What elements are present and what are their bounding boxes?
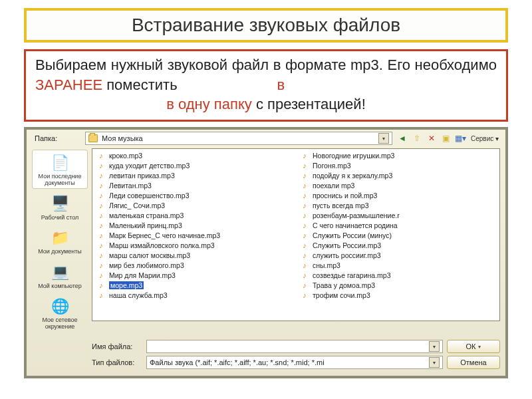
file-col-1: кроко.mp3куда уходит детство.mp3левитан … [92,149,296,321]
slide-title-banner: Встраивание звуковых файлов [24,8,508,43]
file-name: Левитан.mp3 [109,182,152,190]
chevron-down-icon[interactable]: ▾ [378,133,389,144]
file-item[interactable]: Марк Бернес_С чего начинае.mp3 [96,230,292,240]
folder-value: Моя музыка [102,134,143,142]
file-name: сны.mp3 [313,261,340,269]
file-item[interactable]: трофим сочи.mp3 [300,290,495,300]
file-item[interactable]: кроко.mp3 [96,150,292,160]
file-list[interactable]: кроко.mp3куда уходит детство.mp3левитан … [92,148,500,321]
file-item[interactable]: сны.mp3 [300,260,495,270]
audio-file-icon [96,281,106,289]
info-text-2: поместить [102,76,178,93]
audio-file-icon [300,261,309,269]
file-item[interactable]: проснись и пой.mp3 [300,190,495,200]
file-name: Трава у домоа.mp3 [313,281,375,289]
folder-icon: 📁 [49,227,71,247]
file-item[interactable]: пусть всегда mp3 [300,200,495,210]
file-item[interactable]: Марш измайловского полка.mp3 [96,240,292,250]
file-item[interactable]: Служить России (минус) [300,230,495,240]
sidebar-item-network[interactable]: 🌐 Мое сетевое окружение [32,294,88,332]
file-item[interactable]: Новогодние игрушки.mp3 [300,150,495,160]
folder-dropdown[interactable]: Моя музыка ▾ [85,132,392,145]
up-icon[interactable]: ⇧ [411,132,423,144]
audio-file-icon [96,182,106,190]
file-name: служить россииг.mp3 [313,251,381,259]
file-item[interactable]: созвездье гагарина.mp3 [300,270,495,280]
file-name: море.mp3 [109,281,144,289]
file-name: проснись и пой.mp3 [313,192,377,200]
file-item[interactable]: Маленький принц.mp3 [96,220,292,230]
file-item[interactable]: Мир для Марии.mp3 [96,270,292,280]
delete-icon[interactable]: ✕ [426,132,438,144]
audio-file-icon [96,152,106,160]
file-item[interactable]: розенбаум-размышление.r [300,210,495,220]
file-item[interactable]: служить россииг.mp3 [300,250,495,260]
sidebar-item-mydocs[interactable]: 📁 Мои документы [32,225,88,257]
file-item[interactable]: Погоня.mp3 [300,160,495,170]
sidebar-label-3: Мой компьютер [38,283,82,289]
file-name: Лягис_ Сочи.mp3 [109,201,165,209]
audio-file-icon [300,182,309,190]
file-item[interactable]: левитан приказ.mp3 [96,170,292,180]
file-item[interactable]: марш салют москвы.mp3 [96,250,292,260]
file-name: марш салют москвы.mp3 [109,251,190,259]
file-item[interactable]: Левитан.mp3 [96,180,292,190]
info-red-2: в одну папку [166,96,252,112]
info-red-1: ЗАРАНЕЕ [35,76,102,93]
folder-icon [88,134,98,142]
audio-file-icon [300,221,309,229]
sidebar-item-desktop[interactable]: 🖥️ Рабочий стол [32,192,88,223]
filetype-dropdown[interactable]: Файлы звука (*.aif; *.aifc; *.aiff; *.au… [146,356,443,369]
file-name: кроко.mp3 [109,152,142,160]
file-name: Марк Бернес_С чего начинае.mp3 [109,231,220,239]
audio-file-icon [96,162,106,170]
file-item[interactable]: Трава у домоа.mp3 [300,280,495,290]
chevron-down-icon[interactable]: ▾ [429,341,440,352]
file-name: Погоня.mp3 [313,162,351,170]
file-name: созвездье гагарина.mp3 [313,271,390,279]
file-item[interactable]: маленькая страна.mp3 [96,210,292,220]
filename-input[interactable]: ▾ [146,340,443,353]
file-name: мир без любимого.mp3 [109,261,184,269]
desktop-icon: 🖥️ [49,194,71,213]
back-icon[interactable]: ◄ [396,132,408,144]
file-item[interactable]: мир без любимого.mp3 [96,260,292,270]
audio-file-icon [300,291,309,299]
file-item[interactable]: куда уходит детство.mp3 [96,160,292,170]
audio-file-icon [96,261,106,269]
file-item[interactable]: море.mp3 [96,280,292,290]
file-name: левитан приказ.mp3 [109,172,175,180]
file-item[interactable]: Леди совершенство.mp3 [96,190,292,200]
file-name: С чего начинается родина [313,221,398,229]
file-dialog: Папка: Моя музыка ▾ ◄ ⇧ ✕ ▣ ▦▾ Сервис ▾ … [27,130,505,376]
computer-icon: 💻 [49,262,71,282]
cancel-label: Отмена [460,358,486,366]
file-item[interactable]: С чего начинается родина [300,220,495,230]
audio-file-icon [96,291,106,299]
file-item[interactable]: Лягис_ Сочи.mp3 [96,200,292,210]
places-sidebar: 📄 Мои последние документы 🖥️ Рабочий сто… [32,148,88,332]
file-name: наша служба.mp3 [109,291,168,299]
ok-button[interactable]: ОК ▾ [447,340,500,353]
file-name: куда уходит детство.mp3 [109,162,190,170]
file-name: Новогодние игрушки.mp3 [313,152,394,160]
chevron-down-icon[interactable]: ▾ [429,357,440,368]
new-folder-icon[interactable]: ▣ [440,132,452,144]
sidebar-item-mycomputer[interactable]: 💻 Мой компьютер [32,260,88,291]
chevron-down-icon: ▾ [478,344,481,350]
service-menu[interactable]: Сервис ▾ [469,132,500,144]
audio-file-icon [96,172,106,180]
file-item[interactable]: подойду я к зеркалу.mp3 [300,170,495,180]
file-item[interactable]: Служить России.mp3 [300,240,495,250]
filename-label: Имя файла: [92,342,142,350]
audio-file-icon [96,271,106,279]
file-item[interactable]: поехали mp3 [300,180,495,190]
ok-label: ОК [466,342,476,350]
sidebar-item-recent[interactable]: 📄 Мои последние документы [32,150,88,189]
cancel-button[interactable]: Отмена [447,356,500,369]
toolbar: ◄ ⇧ ✕ ▣ ▦▾ Сервис ▾ [396,132,500,144]
file-item[interactable]: наша служба.mp3 [96,290,292,300]
views-icon[interactable]: ▦▾ [455,132,467,144]
audio-file-icon [96,192,106,200]
file-name: Служить России (минус) [313,231,392,239]
